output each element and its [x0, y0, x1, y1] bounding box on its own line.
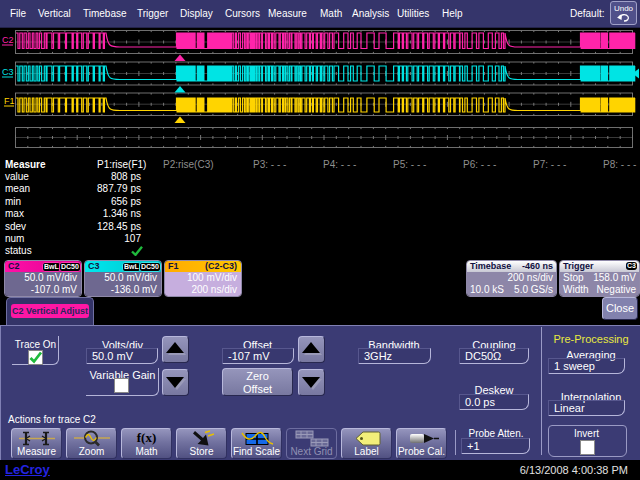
- svg-text:C3: C3: [2, 67, 14, 77]
- svg-text:F1: F1: [4, 96, 15, 106]
- svg-text:C2: C2: [2, 35, 14, 45]
